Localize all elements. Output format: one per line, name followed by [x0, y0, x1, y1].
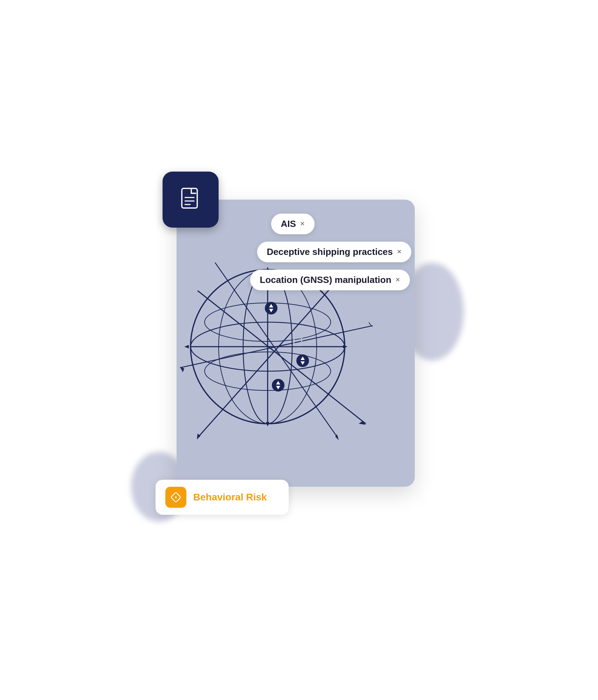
svg-marker-10: [184, 345, 189, 348]
tag-gnss-label: Location (GNSS) manipulation: [260, 275, 392, 285]
tag-deceptive[interactable]: Deceptive shipping practices ×: [257, 242, 412, 262]
tag-deceptive-close[interactable]: ×: [397, 247, 401, 256]
document-icon-card: [163, 172, 219, 228]
tag-ais-label: AIS: [281, 219, 296, 229]
behavioral-risk-icon-container: [165, 487, 186, 508]
tag-ais-close[interactable]: ×: [300, 219, 305, 228]
svg-point-25: [296, 354, 309, 367]
svg-point-28: [272, 379, 284, 391]
diamond-warning-icon: [170, 492, 181, 503]
tag-deceptive-label: Deceptive shipping practices: [267, 247, 393, 257]
scene-container: AIS × Deceptive shipping practices × Loc…: [142, 158, 457, 543]
svg-point-36: [175, 496, 177, 498]
tag-ais[interactable]: AIS ×: [271, 214, 315, 234]
document-icon: [177, 186, 205, 214]
svg-marker-20: [180, 367, 184, 372]
svg-point-21: [265, 302, 277, 314]
behavioral-risk-card: Behavioral Risk: [156, 480, 289, 515]
tag-gnss-close[interactable]: ×: [396, 275, 400, 284]
tag-gnss[interactable]: Location (GNSS) manipulation ×: [250, 270, 410, 290]
behavioral-risk-label: Behavioral Risk: [193, 492, 267, 503]
globe-visualization: [177, 228, 394, 459]
svg-rect-31: [182, 188, 197, 208]
